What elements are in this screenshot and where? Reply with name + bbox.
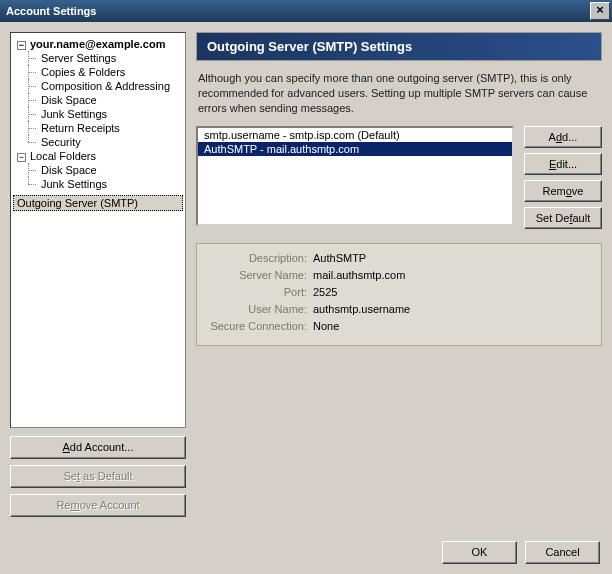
tree-account-label: your.name@example.com	[30, 38, 165, 50]
edit-button[interactable]: Edit...	[524, 153, 602, 175]
details-row: Server Name: mail.authsmtp.com	[205, 267, 593, 284]
details-value-description: AuthSMTP	[313, 250, 366, 267]
list-item[interactable]: smtp.username - smtp.isp.com (Default)	[198, 128, 512, 142]
tree-item-outgoing-smtp[interactable]: Outgoing Server (SMTP)	[13, 195, 183, 211]
edit-label: Edit...	[549, 158, 577, 170]
tree-account-root[interactable]: −your.name@example.com	[13, 37, 183, 51]
tree-local-folders[interactable]: −Local Folders	[13, 149, 183, 163]
add-account-button[interactable]: Add Account...	[10, 436, 186, 459]
section-header: Outgoing Server (SMTP) Settings	[196, 32, 602, 61]
dialog-footer: OK Cancel	[442, 541, 600, 564]
add-account-label: dd Account...	[70, 441, 134, 453]
remove-button[interactable]: Remove	[524, 180, 602, 202]
section-description: Although you can specify more than one o…	[196, 61, 602, 126]
window-title: Account Settings	[6, 5, 96, 17]
server-list-row: smtp.username - smtp.isp.com (Default) A…	[196, 126, 602, 229]
account-tree[interactable]: −your.name@example.com Server Settings C…	[10, 32, 186, 428]
add-label: Add...	[549, 131, 578, 143]
tree-item-return-receipts[interactable]: Return Receipts	[13, 121, 183, 135]
remove-account-button: Remove Account	[10, 494, 186, 517]
tree-item-junk-settings[interactable]: Junk Settings	[13, 107, 183, 121]
details-label-description: Description:	[205, 250, 313, 267]
details-value-server-name: mail.authsmtp.com	[313, 267, 405, 284]
details-label-user-name: User Name:	[205, 301, 313, 318]
add-button[interactable]: Add...	[524, 126, 602, 148]
remove-label: Remove	[543, 185, 584, 197]
set-default-button[interactable]: Set Default	[524, 207, 602, 229]
tree-item-local-junk[interactable]: Junk Settings	[13, 177, 183, 191]
details-value-secure: None	[313, 318, 339, 335]
tree-item-security[interactable]: Security	[13, 135, 183, 149]
details-value-port: 2525	[313, 284, 337, 301]
left-panel: −your.name@example.com Server Settings C…	[10, 32, 186, 517]
tree-item-composition[interactable]: Composition & Addressing	[13, 79, 183, 93]
set-default-label: Set as Default	[63, 470, 132, 482]
details-row: Secure Connection: None	[205, 318, 593, 335]
collapse-icon[interactable]: −	[17, 41, 26, 50]
action-button-group: Add... Edit... Remove Set Default	[524, 126, 602, 229]
tree-item-copies-folders[interactable]: Copies & Folders	[13, 65, 183, 79]
details-label-server-name: Server Name:	[205, 267, 313, 284]
set-default-label: Set Default	[536, 212, 590, 224]
tree-local-folders-label: Local Folders	[30, 150, 96, 162]
details-label-secure: Secure Connection:	[205, 318, 313, 335]
tree-item-server-settings[interactable]: Server Settings	[13, 51, 183, 65]
dialog-body: −your.name@example.com Server Settings C…	[0, 22, 612, 527]
smtp-server-list[interactable]: smtp.username - smtp.isp.com (Default) A…	[196, 126, 514, 226]
details-row: User Name: authsmtp.username	[205, 301, 593, 318]
details-label-port: Port:	[205, 284, 313, 301]
close-button[interactable]: ×	[590, 2, 610, 20]
titlebar: Account Settings ×	[0, 0, 612, 22]
collapse-icon[interactable]: −	[17, 153, 26, 162]
remove-account-label: Remove Account	[56, 499, 139, 511]
ok-button[interactable]: OK	[442, 541, 517, 564]
server-details: Description: AuthSMTP Server Name: mail.…	[196, 243, 602, 346]
right-panel: Outgoing Server (SMTP) Settings Although…	[196, 32, 602, 517]
tree-item-local-disk-space[interactable]: Disk Space	[13, 163, 183, 177]
details-row: Description: AuthSMTP	[205, 250, 593, 267]
set-as-default-button: Set as Default	[10, 465, 186, 488]
details-row: Port: 2525	[205, 284, 593, 301]
cancel-button[interactable]: Cancel	[525, 541, 600, 564]
tree-item-disk-space[interactable]: Disk Space	[13, 93, 183, 107]
left-button-group: Add Account... Set as Default Remove Acc…	[10, 436, 186, 517]
details-value-user-name: authsmtp.username	[313, 301, 410, 318]
list-item[interactable]: AuthSMTP - mail.authsmtp.com	[198, 142, 512, 156]
